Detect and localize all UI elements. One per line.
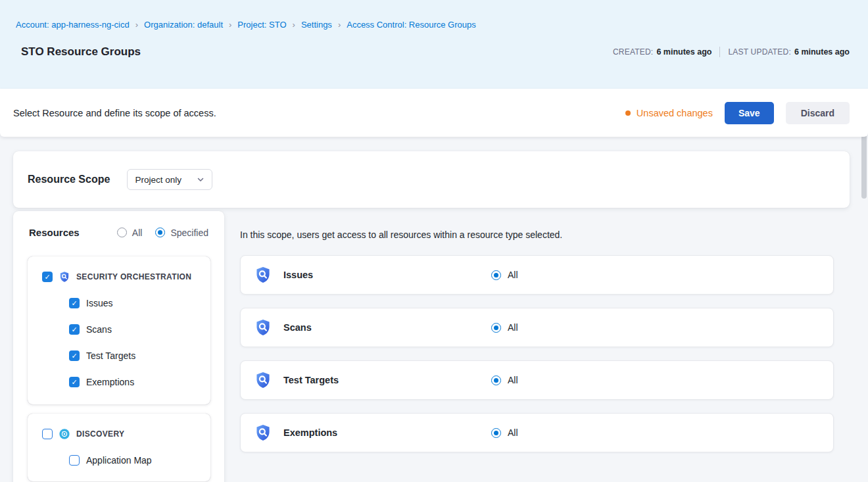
breadcrumb-account[interactable]: Account: app-harness-ng-cicd (16, 20, 130, 30)
breadcrumb-organization[interactable]: Organization: default (144, 20, 223, 30)
radio-selected-icon[interactable] (491, 270, 501, 280)
meta-divider (719, 47, 720, 57)
page-title: STO Resource Groups (21, 45, 141, 59)
resource-row-test-targets: Test Targets All (240, 360, 834, 400)
radio-selected-icon[interactable] (155, 228, 165, 237)
discard-button[interactable]: Discard (786, 102, 850, 124)
access-all-label: All (508, 322, 518, 333)
access-all-label: All (508, 375, 518, 385)
created-label: CREATED: (613, 47, 653, 57)
access-option-all[interactable]: All (491, 322, 518, 333)
checkbox-checked[interactable]: ✓ (69, 377, 80, 387)
created-value: 6 minutes ago (656, 47, 711, 57)
check-icon: ✓ (44, 274, 50, 281)
resource-meta: CREATED: 6 minutes ago LAST UPDATED: 6 m… (613, 47, 850, 57)
access-all-label: All (508, 270, 518, 280)
resources-title: Resources (29, 227, 80, 238)
group-checkbox[interactable] (42, 429, 53, 439)
save-button[interactable]: Save (725, 102, 774, 124)
tree-item-label: Issues (86, 298, 112, 308)
resource-row-label: Exemptions (283, 427, 491, 438)
checkbox-checked[interactable]: ✓ (69, 298, 80, 308)
shield-search-icon (59, 271, 70, 283)
mode-option-all[interactable]: All (117, 228, 143, 238)
resource-row-label: Test Targets (283, 375, 491, 385)
checkbox-checked[interactable]: ✓ (69, 324, 80, 335)
unsaved-changes-indicator: Unsaved changes (625, 108, 713, 118)
resource-scope-card: Resource Scope Project only (13, 151, 850, 208)
breadcrumb-access-control[interactable]: Access Control: Resource Groups (347, 20, 476, 30)
group-label: SECURITY ORCHESTRATION (76, 272, 191, 281)
page-header: Account: app-harness-ng-cicd › Organizat… (0, 0, 868, 89)
access-option-all[interactable]: All (491, 270, 518, 280)
chevron-right-icon: › (135, 20, 138, 29)
scope-detail-panel: In this scope, users get access to all r… (240, 211, 850, 466)
tree-item-test-targets[interactable]: ✓ Test Targets (69, 350, 203, 361)
breadcrumb-settings[interactable]: Settings (301, 20, 332, 30)
action-toolbar: Select Resource and define its scope of … (0, 89, 868, 137)
main-content: Resource Scope Project only Resources Al… (0, 137, 868, 482)
tree-item-issues[interactable]: ✓ Issues (69, 298, 203, 308)
resource-group-discovery: DISCOVERY Application Map (28, 414, 210, 481)
resource-scope-dropdown[interactable]: Project only (127, 169, 212, 190)
group-checkbox[interactable]: ✓ (42, 272, 53, 282)
resource-scope-label: Resource Scope (28, 174, 110, 185)
scope-description: In this scope, users get access to all r… (240, 229, 834, 240)
shield-search-icon (254, 318, 272, 337)
radio-selected-icon[interactable] (491, 428, 501, 438)
updated-value: 6 minutes ago (794, 47, 850, 57)
chevron-right-icon: › (338, 20, 341, 29)
mode-all-label: All (132, 228, 143, 238)
check-icon: ✓ (71, 300, 77, 307)
access-option-all[interactable]: All (491, 427, 518, 438)
resources-sidebar: Resources All Specified ✓ (13, 211, 224, 482)
resource-row-issues: Issues All (240, 255, 834, 295)
unsaved-changes-label: Unsaved changes (637, 108, 713, 118)
radio-selected-icon[interactable] (491, 375, 501, 385)
shield-search-icon (254, 266, 272, 284)
access-all-label: All (508, 427, 518, 438)
tree-item-application-map[interactable]: Application Map (69, 455, 203, 466)
resource-row-exemptions: Exemptions All (240, 413, 834, 452)
tree-item-exemptions[interactable]: ✓ Exemptions (69, 377, 203, 387)
toolbar-description: Select Resource and define its scope of … (13, 108, 216, 118)
checkbox-unchecked[interactable] (69, 455, 80, 466)
resource-group-security-orchestration: ✓ SECURITY ORCHESTRATION ✓ Issues ✓ Scan… (28, 256, 210, 404)
tree-item-label: Scans (86, 324, 112, 335)
updated-label: LAST UPDATED: (728, 47, 791, 57)
resources-mode-radio-group: All Specified (117, 228, 208, 238)
mode-specified-label: Specified (170, 228, 208, 238)
chevron-right-icon: › (293, 20, 295, 29)
tree-item-label: Exemptions (86, 377, 134, 387)
chevron-down-icon (197, 176, 205, 183)
check-icon: ✓ (71, 326, 77, 333)
shield-search-icon (254, 423, 272, 442)
resource-row-label: Scans (283, 322, 491, 333)
shield-search-icon (254, 371, 272, 389)
tree-item-label: Application Map (86, 455, 152, 466)
chevron-right-icon: › (229, 20, 231, 29)
tree-item-label: Test Targets (86, 350, 135, 361)
group-label: DISCOVERY (76, 429, 124, 439)
resource-scope-selected-value: Project only (135, 175, 181, 185)
resource-row-scans: Scans All (240, 308, 834, 347)
breadcrumb: Account: app-harness-ng-cicd › Organizat… (16, 20, 850, 30)
check-icon: ✓ (71, 379, 77, 386)
check-icon: ✓ (71, 352, 77, 360)
access-option-all[interactable]: All (491, 375, 518, 385)
mode-option-specified[interactable]: Specified (155, 228, 208, 238)
tree-item-scans[interactable]: ✓ Scans (69, 324, 203, 335)
radar-icon (59, 428, 70, 440)
unsaved-dot-icon (625, 110, 631, 116)
radio-unselected-icon[interactable] (117, 228, 127, 237)
resource-row-label: Issues (283, 270, 491, 280)
radio-selected-icon[interactable] (491, 323, 501, 333)
checkbox-checked[interactable]: ✓ (69, 350, 80, 361)
breadcrumb-project[interactable]: Project: STO (237, 20, 286, 30)
